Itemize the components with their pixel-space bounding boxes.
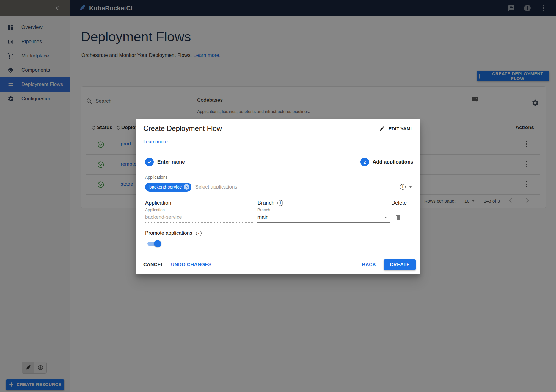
info-outline-icon: i — [277, 200, 283, 206]
select-applications-input[interactable] — [195, 184, 396, 190]
toggle-thumb — [154, 240, 161, 247]
pencil-icon — [379, 126, 385, 131]
dialog-learn-more-link[interactable]: Learn more. — [143, 139, 169, 145]
application-field: Application backend-service — [145, 208, 254, 224]
stepper: Enter name 2 Add applications — [145, 158, 413, 166]
dialog-footer: CANCEL UNDO CHANGES BACK CREATE — [140, 259, 416, 270]
applications-field-label: Applications — [145, 175, 168, 180]
step-enter-name[interactable]: Enter name — [145, 158, 185, 166]
promote-applications-label-row: Promote applications i — [145, 230, 202, 236]
chip-remove-button[interactable] — [184, 184, 189, 190]
step-completed-check-icon — [145, 158, 154, 166]
info-outline-icon: i — [196, 231, 202, 236]
dropdown-caret-icon[interactable] — [409, 186, 412, 188]
trash-icon — [395, 214, 404, 221]
delete-column-header: Delete — [391, 200, 407, 206]
create-button[interactable]: CREATE — [384, 259, 416, 270]
application-chip: backend-service — [145, 183, 191, 192]
step-add-applications[interactable]: 2 Add applications — [360, 158, 413, 166]
branch-value: main — [257, 214, 268, 220]
application-column-header: Application — [145, 200, 171, 206]
edit-yaml-button[interactable]: EDIT YAML — [379, 126, 413, 131]
undo-changes-button[interactable]: UNDO CHANGES — [167, 259, 215, 270]
screen: KubeRocketCI — [0, 0, 556, 392]
info-outline-icon: i — [400, 184, 406, 190]
application-value: backend-service — [145, 214, 254, 223]
dropdown-caret-icon — [384, 217, 387, 218]
dialog-title: Create Deployment Flow — [143, 124, 222, 133]
step-number-badge: 2 — [360, 158, 369, 166]
dialog-header: Create Deployment Flow EDIT YAML — [143, 124, 413, 133]
cancel-button[interactable]: CANCEL — [140, 259, 167, 270]
stepper-connector — [190, 162, 355, 162]
applications-autocomplete[interactable]: backend-service i — [145, 181, 412, 193]
back-button[interactable]: BACK — [358, 259, 380, 270]
create-deployment-flow-dialog: Create Deployment Flow EDIT YAML Learn m… — [136, 119, 420, 274]
branch-select[interactable]: Branch main — [257, 208, 390, 224]
branch-column-header: Branch i — [257, 200, 283, 206]
promote-applications-toggle[interactable] — [146, 239, 161, 248]
delete-row-button[interactable] — [395, 213, 404, 222]
